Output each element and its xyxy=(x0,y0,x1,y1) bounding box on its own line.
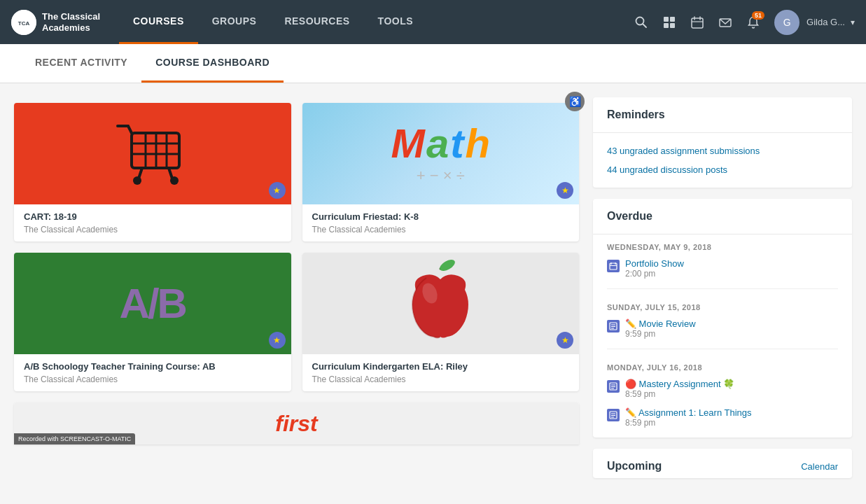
notification-count: 51 xyxy=(752,11,764,20)
accessibility-button[interactable]: ♿ xyxy=(565,92,585,111)
course-card-cart[interactable]: ★ CART: 18-19 The Classical Academies xyxy=(14,103,291,241)
overdue-time-learn: 8:59 pm xyxy=(625,418,838,428)
overdue-details-portfolio: Portfolio Show 2:00 pm xyxy=(625,258,838,279)
overdue-date-group-1: WEDNESDAY, MAY 9, 2018 Portfolio Show 2:… xyxy=(593,234,852,283)
overdue-time-portfolio: 2:00 pm xyxy=(625,269,838,279)
assignment-small-icon-2 xyxy=(609,382,617,391)
svg-rect-4 xyxy=(664,17,669,22)
course-info-math: Curriculum Friestad: K-8 The Classical A… xyxy=(302,204,580,241)
svg-rect-6 xyxy=(664,23,669,28)
username-label[interactable]: Gilda G... xyxy=(806,17,845,27)
overdue-date-sun: SUNDAY, JULY 15, 2018 xyxy=(593,295,852,314)
course-badge-apple: ★ xyxy=(557,332,573,349)
overdue-title-portfolio[interactable]: Portfolio Show xyxy=(625,258,838,269)
svg-line-3 xyxy=(643,24,647,27)
nav-courses[interactable]: COURSES xyxy=(119,0,198,44)
course-info-ab: A/B Schoology Teacher Training Course: A… xyxy=(14,354,291,391)
svg-line-20 xyxy=(169,168,172,178)
overdue-item-icon-learn xyxy=(607,409,620,421)
upcoming-section: Upcoming Calendar xyxy=(593,449,852,478)
overdue-details-movie: ✏️ Movie Review 9:59 pm xyxy=(625,318,838,339)
accessibility-icon: ♿ xyxy=(569,96,581,107)
overdue-details-mastery: 🔴 Mastery Assignment 🍀 8:59 pm xyxy=(625,379,838,399)
overdue-item-movie: ✏️ Movie Review 9:59 pm xyxy=(593,314,852,343)
user-menu-chevron[interactable]: ▾ xyxy=(851,18,855,27)
assignment-small-icon-3 xyxy=(609,411,617,419)
mail-button[interactable] xyxy=(713,10,738,35)
overdue-title-movie[interactable]: ✏️ Movie Review xyxy=(625,318,838,329)
divider-2 xyxy=(607,349,838,349)
math-letter-a: a xyxy=(426,123,449,164)
course-card-math[interactable]: Math + − × ÷ ★ Curriculum Friestad: K-8 … xyxy=(302,103,580,241)
overdue-details-learn: ✏️ Assignment 1: Learn Things 8:59 pm xyxy=(625,407,838,428)
math-ops: + − × ÷ xyxy=(417,167,465,185)
overdue-title-mastery[interactable]: 🔴 Mastery Assignment 🍀 xyxy=(625,379,838,389)
course-title-ab: A/B Schoology Teacher Training Course: A… xyxy=(24,361,281,372)
course-info-apple: Curriculum Kindergarten ELA: Riley The C… xyxy=(302,354,580,391)
reminders-section: Reminders 43 ungraded assignment submiss… xyxy=(593,97,852,188)
overdue-time-movie: 9:59 pm xyxy=(625,329,838,339)
fifth-card-partial: Recorded with SCREENCAST-O-MATIC first xyxy=(14,402,579,444)
reminder-link-discussions[interactable]: 44 ungraded discussion posts xyxy=(593,160,852,179)
svg-rect-5 xyxy=(670,17,675,22)
upcoming-calendar-link[interactable]: Calendar xyxy=(801,461,838,472)
overdue-bottom-pad xyxy=(593,432,852,438)
calendar-button[interactable] xyxy=(685,10,710,35)
screencast-watermark: Recorded with SCREENCAST-O-MATIC xyxy=(14,433,135,444)
logo-text: The Classical Academies xyxy=(42,11,105,33)
nav-links: COURSES GROUPS RESOURCES TOOLS xyxy=(119,0,629,44)
overdue-item-icon-mastery xyxy=(607,380,620,393)
tab-course-dashboard[interactable]: COURSE DASHBOARD xyxy=(141,44,284,83)
overdue-date-wed: WEDNESDAY, MAY 9, 2018 xyxy=(593,234,852,254)
reminders-list: 43 ungraded assignment submissions 44 un… xyxy=(593,133,852,188)
first-text: first xyxy=(275,411,317,437)
course-thumb-apple: ★ xyxy=(302,253,580,354)
upcoming-title: Upcoming xyxy=(607,460,662,472)
notifications-button[interactable]: 51 xyxy=(741,10,766,35)
overdue-item-learn: ✏️ Assignment 1: Learn Things 8:59 pm xyxy=(593,403,852,432)
overdue-section: Overdue WEDNESDAY, MAY 9, 2018 Portfo xyxy=(593,199,852,438)
grid-button[interactable] xyxy=(657,10,682,35)
course-thumb-ab: A/B ★ xyxy=(14,253,291,354)
course-title-apple: Curriculum Kindergarten ELA: Riley xyxy=(312,361,570,372)
tabs-bar: RECENT ACTIVITY COURSE DASHBOARD xyxy=(0,44,866,83)
courses-area: ♿ xyxy=(14,97,593,489)
main-content: ♿ xyxy=(0,83,866,503)
upcoming-header: Upcoming Calendar xyxy=(593,449,852,478)
user-avatar[interactable]: G xyxy=(774,10,799,35)
overdue-date-group-3: MONDAY, JULY 16, 2018 🔴 Mastery Assignme… xyxy=(593,355,852,432)
course-org-apple: The Classical Academies xyxy=(312,374,570,384)
overdue-title: Overdue xyxy=(593,199,852,234)
course-title-cart: CART: 18-19 xyxy=(24,211,281,222)
course-thumb-math: Math + − × ÷ ★ xyxy=(302,103,580,204)
logo-image: TCA xyxy=(11,10,36,35)
nav-tools[interactable]: TOOLS xyxy=(364,0,427,44)
screencast-text: Recorded with SCREENCAST-O-MATIC xyxy=(18,435,131,442)
course-card-apple[interactable]: ★ Curriculum Kindergarten ELA: Riley The… xyxy=(302,253,580,391)
logo[interactable]: TCA The Classical Academies xyxy=(11,10,105,35)
reminder-link-assignments[interactable]: 43 ungraded assignment submissions xyxy=(593,141,852,160)
nav-resources[interactable]: RESOURCES xyxy=(270,0,363,44)
nav-icon-group: 51 G Gilda G... ▾ xyxy=(629,10,855,35)
course-card-ab[interactable]: A/B ★ A/B Schoology Teacher Training Cou… xyxy=(14,253,291,391)
overdue-time-mastery: 8:59 pm xyxy=(625,389,838,399)
top-navigation: TCA The Classical Academies COURSES GROU… xyxy=(0,0,866,44)
apple-icon xyxy=(402,258,479,349)
course-org-math: The Classical Academies xyxy=(312,225,570,234)
overdue-date-group-2: SUNDAY, JULY 15, 2018 ✏️ Movie Review 9:… xyxy=(593,295,852,343)
divider-1 xyxy=(607,288,838,289)
course-badge-cart: ★ xyxy=(269,182,286,199)
svg-rect-8 xyxy=(692,18,703,28)
overdue-item-icon-movie xyxy=(607,320,620,332)
math-letter-h: h xyxy=(465,123,489,164)
overdue-title-learn[interactable]: ✏️ Assignment 1: Learn Things xyxy=(625,407,838,418)
course-thumb-cart: ★ xyxy=(14,103,291,204)
course-title-math: Curriculum Friestad: K-8 xyxy=(312,211,570,222)
assignment-small-icon xyxy=(609,322,617,330)
courses-grid: ★ CART: 18-19 The Classical Academies Ma… xyxy=(14,103,579,391)
nav-groups[interactable]: GROUPS xyxy=(198,0,271,44)
svg-point-21 xyxy=(133,176,141,185)
search-button[interactable] xyxy=(629,10,654,35)
tab-recent-activity[interactable]: RECENT ACTIVITY xyxy=(21,44,141,83)
calendar-small-icon xyxy=(609,262,617,270)
